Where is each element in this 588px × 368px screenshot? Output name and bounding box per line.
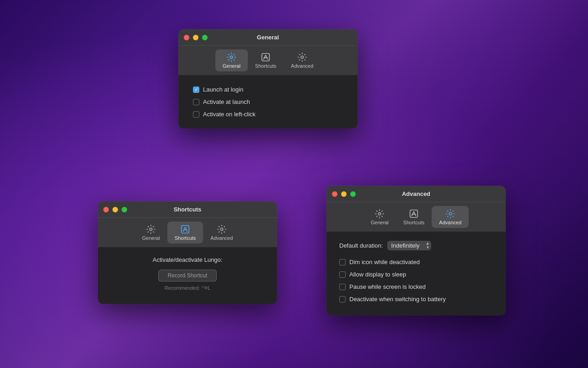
checkbox-row-dim-icon: Dim icon while deactivated [339, 259, 493, 265]
allow-sleep-label: Allow display to sleep [349, 271, 406, 278]
tab-general-advanced-label: Advanced [291, 63, 313, 69]
general-toolbar: General Shortcuts Advanced [178, 46, 358, 75]
shortcuts-window-title: Shortcuts [174, 206, 202, 213]
checkbox-row-allow-sleep: Allow display to sleep [339, 271, 493, 278]
traffic-lights-shortcuts [103, 207, 127, 212]
svg-point-0 [230, 56, 233, 59]
checkbox-row-activate-launch: Activate at launch [193, 98, 343, 105]
tab-shortcuts-general-label: General [142, 235, 160, 241]
duration-label: Default duration: [339, 242, 383, 249]
shortcuts-window: Shortcuts General Shortcuts Adv [98, 201, 277, 304]
checkbox-pause-locked[interactable] [339, 284, 346, 290]
shortcuts-titlebar: Shortcuts [98, 201, 277, 218]
tab-shortcuts-shortcuts-label: Shortcuts [175, 235, 196, 241]
tab-advanced-general-label: General [371, 220, 389, 225]
checkmark-icon: ✓ [194, 87, 198, 92]
tab-advanced-general[interactable]: General [363, 206, 396, 228]
minimize-button-general[interactable] [193, 35, 198, 40]
svg-point-8 [449, 212, 452, 215]
tab-shortcuts-advanced-label: Advanced [210, 235, 233, 241]
checkbox-allow-sleep[interactable] [339, 271, 346, 278]
maximize-button-advanced[interactable] [350, 191, 356, 197]
duration-select-wrapper: Indefinitely 5 minutes 10 minutes 30 min… [387, 241, 431, 250]
minimize-button-advanced[interactable] [341, 191, 347, 197]
advanced-titlebar: Advanced [326, 186, 506, 202]
checkbox-activate-launch[interactable] [193, 99, 199, 105]
tab-advanced-shortcuts-label: Shortcuts [403, 220, 424, 225]
tab-advanced-advanced-label: Advanced [439, 220, 461, 225]
tab-general-general[interactable]: General [215, 49, 248, 71]
close-button-general[interactable] [184, 35, 189, 40]
recommended-prefix: Recommended: [165, 285, 202, 291]
svg-rect-4 [182, 226, 189, 233]
deactivate-battery-label: Deactivate when switching to battery [349, 296, 446, 303]
svg-rect-7 [410, 210, 418, 218]
activate-launch-label: Activate at launch [203, 98, 250, 105]
svg-rect-1 [262, 54, 270, 61]
checkbox-row-deactivate-battery: Deactivate when switching to battery [339, 296, 493, 303]
tab-shortcuts-advanced[interactable]: Advanced [203, 222, 240, 244]
duration-row: Default duration: Indefinitely 5 minutes… [339, 241, 493, 250]
maximize-button-general[interactable] [202, 35, 208, 40]
checkbox-row-activate-leftclick: Activate on left-click [193, 111, 343, 118]
activate-leftclick-label: Activate on left-click [203, 111, 256, 118]
shortcut-activate-label: Activate/deactivate Lungo: [153, 256, 223, 263]
general-content: ✓ Launch at login Activate at launch Act… [178, 75, 358, 129]
close-button-advanced[interactable] [332, 191, 337, 197]
tab-shortcuts-general[interactable]: General [135, 222, 167, 244]
svg-point-5 [220, 228, 223, 231]
checkbox-launch-login[interactable]: ✓ [193, 87, 199, 93]
svg-point-2 [301, 56, 304, 59]
recommended-key: ⌃⌘L [201, 285, 210, 291]
checkbox-row-pause-locked: Pause while screen is locked [339, 283, 493, 290]
traffic-lights-advanced [332, 191, 356, 197]
general-titlebar: General [178, 29, 358, 46]
general-window: General General Shortcuts Advan [178, 29, 358, 129]
duration-select[interactable]: Indefinitely 5 minutes 10 minutes 30 min… [387, 241, 431, 250]
tab-general-shortcuts-label: Shortcuts [255, 63, 276, 69]
advanced-content: Default duration: Indefinitely 5 minutes… [326, 232, 506, 315]
svg-point-3 [150, 228, 153, 231]
checkbox-dim-icon[interactable] [339, 259, 346, 265]
checkbox-activate-leftclick[interactable] [193, 111, 199, 118]
shortcuts-toolbar: General Shortcuts Advanced [98, 218, 277, 247]
maximize-button-shortcuts[interactable] [122, 207, 127, 212]
advanced-window: Advanced General Shortcuts Adva [326, 186, 506, 315]
advanced-window-title: Advanced [402, 190, 430, 197]
dim-icon-label: Dim icon while deactivated [349, 259, 420, 265]
advanced-toolbar: General Shortcuts Advanced [326, 202, 506, 232]
record-shortcut-button[interactable]: Record Shortcut [158, 270, 217, 281]
checkbox-deactivate-battery[interactable] [339, 296, 346, 303]
tab-shortcuts-shortcuts[interactable]: Shortcuts [167, 222, 203, 244]
checkbox-row-launch-login: ✓ Launch at login [193, 86, 343, 93]
tab-advanced-advanced[interactable]: Advanced [432, 206, 469, 228]
tab-general-advanced[interactable]: Advanced [283, 49, 321, 71]
minimize-button-shortcuts[interactable] [112, 207, 118, 212]
launch-login-label: Launch at login [203, 86, 243, 93]
tab-general-shortcuts[interactable]: Shortcuts [248, 49, 283, 71]
pause-locked-label: Pause while screen is locked [349, 283, 426, 290]
svg-point-6 [379, 212, 381, 215]
close-button-shortcuts[interactable] [103, 207, 109, 212]
tab-advanced-shortcuts[interactable]: Shortcuts [396, 206, 432, 228]
traffic-lights-general [184, 35, 208, 40]
tab-general-general-label: General [223, 63, 241, 69]
shortcuts-content: Activate/deactivate Lungo: Record Shortc… [98, 247, 277, 304]
general-window-title: General [257, 34, 279, 41]
recommended-text: Recommended: ⌃⌘L [165, 285, 211, 291]
